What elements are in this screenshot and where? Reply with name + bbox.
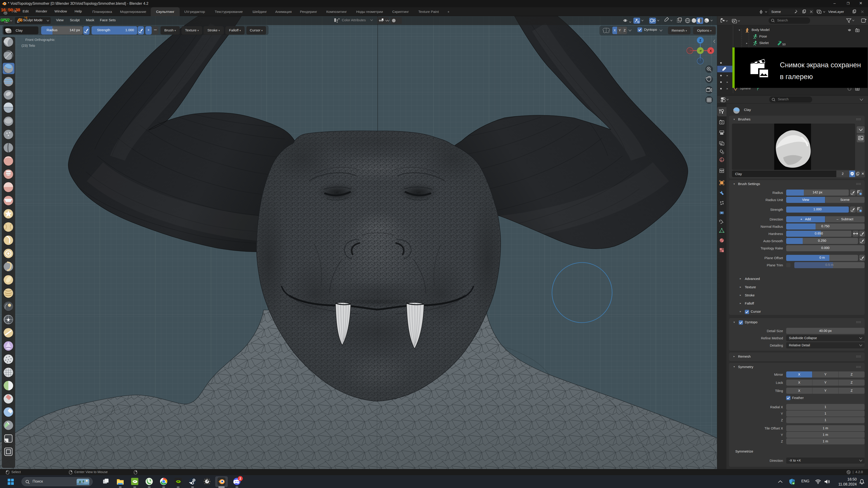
svg-text:X: X [710,49,712,53]
svg-text:-Y: -Y [699,49,702,53]
svg-text:Z: Z [700,39,702,42]
